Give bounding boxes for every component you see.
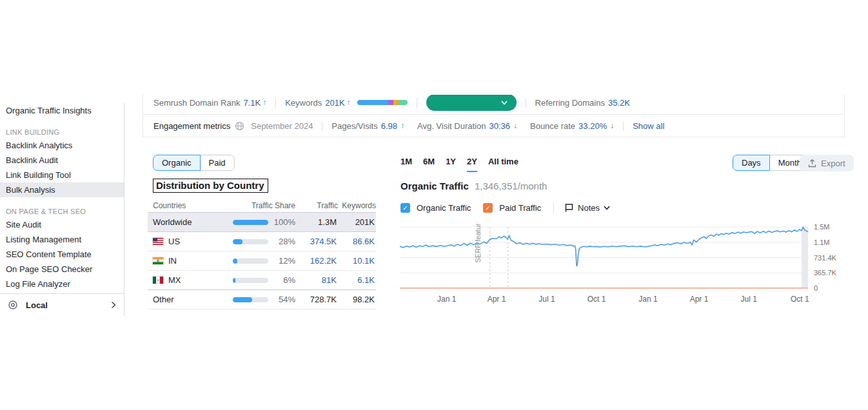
keywords-value[interactable]: 201K: [325, 98, 344, 108]
keywords-label: Keywords: [285, 98, 322, 108]
trend-down-icon: ↓: [610, 121, 614, 130]
organic-traffic-title: Organic Traffic: [400, 181, 469, 191]
x-axis-label: Jul 1: [538, 295, 555, 304]
traffic-share-value: 54%: [268, 295, 295, 304]
organic-traffic-legend-label: Organic Traffic: [417, 203, 471, 213]
trend-up-icon: ↑: [400, 121, 404, 130]
keywords-intent-bar: [357, 100, 408, 105]
sidebar-item-site-audit[interactable]: Site Audit: [0, 217, 124, 232]
table-row-us[interactable]: US28%374.5K86.6K: [148, 232, 376, 251]
keywords-bar-segment: [398, 100, 408, 105]
range-tab-6m[interactable]: 6M: [423, 157, 435, 172]
keywords-value[interactable]: 10.1K: [338, 256, 376, 266]
distribution-by-country-title: Distribution by Country: [153, 179, 268, 193]
sidebar-item-organic-traffic-insights[interactable]: Organic Traffic Insights: [0, 103, 124, 118]
table-row-other[interactable]: Other54%728.7K98.2K: [148, 290, 376, 309]
organic-paid-toggle: OrganicPaid: [153, 155, 235, 171]
toggle-organic[interactable]: Organic: [153, 155, 201, 171]
notes-flag-icon: [564, 203, 574, 213]
organic-traffic-monthly-value: 1,346,351/month: [475, 181, 547, 191]
organic-traffic-chart[interactable]: 0365.7K731.4K1.1M1.5MSERP featuresJan 1A…: [400, 223, 846, 309]
referring-domains-value[interactable]: 35.2K: [608, 98, 630, 108]
engagement-metrics-row: Engagement metrics September 2024 Pages/…: [143, 115, 844, 137]
domain-rank-value[interactable]: 7.1K: [243, 98, 261, 108]
sidebar-item-seo-content-template[interactable]: SEO Content Template: [0, 247, 124, 262]
keywords-value[interactable]: 86.6K: [338, 237, 376, 246]
sidebar: Organic Traffic InsightsLINK BUILDINGBac…: [0, 103, 124, 316]
referring-domains-label: Referring Domains: [535, 98, 605, 108]
country-name: Worldwide: [153, 217, 192, 227]
x-axis-label: Jan 1: [437, 295, 457, 304]
traffic-share-value: 12%: [268, 256, 295, 266]
paid-traffic-checkbox[interactable]: ✓: [483, 203, 493, 213]
show-all-link[interactable]: Show all: [633, 121, 664, 131]
sidebar-item-listing-management[interactable]: Listing Management: [0, 232, 124, 247]
traffic-value: 1.3M: [295, 217, 338, 227]
engagement-period: September 2024: [251, 121, 313, 131]
range-tab-1m[interactable]: 1M: [400, 157, 412, 172]
domain-metrics-row: Semrush Domain Rank 7.1K ↑ Keywords 201K…: [143, 95, 844, 115]
country-name: MX: [168, 275, 181, 285]
traffic-share-value: 100%: [268, 217, 295, 227]
divider: [553, 203, 554, 213]
export-label: Export: [821, 159, 845, 168]
traffic-share-bar: [233, 259, 268, 264]
y-axis-label: 731.4K: [814, 254, 837, 262]
traffic-share-bar: [233, 239, 268, 244]
x-axis-label: Apr 1: [488, 295, 506, 304]
table-row-mx[interactable]: MX6%81K6.1K: [148, 271, 376, 290]
chevron-down-icon: [604, 206, 610, 210]
notes-dropdown[interactable]: Notes: [564, 203, 610, 213]
country-name: US: [168, 237, 180, 246]
country-name: Other: [153, 295, 174, 304]
export-button[interactable]: Export: [800, 155, 854, 171]
keywords-value: 201K: [338, 217, 376, 227]
sidebar-item-bulk-analysis[interactable]: Bulk Analysis: [0, 182, 124, 197]
traffic-value[interactable]: 81K: [295, 275, 338, 285]
traffic-share-bar: [233, 278, 268, 283]
granularity-days[interactable]: Days: [733, 155, 770, 171]
table-row-worldwide[interactable]: Worldwide100%1.3M201K: [148, 213, 376, 232]
traffic-share-bar: [233, 297, 268, 302]
traffic-share-bar: [233, 220, 268, 225]
x-axis-label: Jul 1: [741, 295, 758, 304]
paid-traffic-legend-label: Paid Traffic: [499, 203, 541, 213]
divider: [275, 98, 276, 108]
sidebar-item-log-file-analyzer[interactable]: Log File Analyzer: [0, 277, 124, 291]
col-traffic-share: Traffic Share: [233, 201, 295, 210]
engagement-metric-list: Pages/Visits6.98↑Avg. Visit Duration30:3…: [331, 121, 614, 131]
green-dropdown-button[interactable]: [426, 95, 517, 111]
globe-icon: [235, 121, 244, 131]
export-upload-icon: [808, 159, 816, 168]
x-axis-label: Oct 1: [587, 295, 606, 304]
sidebar-item-link-building-tool[interactable]: Link Building Tool: [0, 168, 124, 182]
sidebar-item-backlink-analytics[interactable]: Backlink Analytics: [0, 138, 124, 153]
range-tab-all-time[interactable]: All time: [488, 157, 518, 172]
sidebar-section-link-building: LINK BUILDING: [0, 124, 124, 138]
chart-legend: ✓ Organic Traffic ✓ Paid Traffic Notes: [400, 202, 610, 213]
range-tab-2y[interactable]: 2Y: [467, 157, 477, 172]
range-tab-1y[interactable]: 1Y: [446, 157, 456, 172]
divider: [526, 98, 526, 108]
keywords-value: 98.2K: [338, 295, 376, 304]
keywords-bar-segment: [357, 100, 388, 105]
x-axis-label: Jan 1: [638, 295, 658, 304]
x-axis-label: Apr 1: [690, 295, 709, 304]
sidebar-item-local[interactable]: Local: [0, 293, 124, 316]
organic-traffic-checkbox[interactable]: ✓: [400, 203, 410, 213]
sidebar-item-on-page-seo-checker[interactable]: On Page SEO Checker: [0, 262, 124, 277]
traffic-value[interactable]: 374.5K: [295, 237, 338, 246]
divider: [623, 121, 624, 131]
sidebar-item-backlink-audit[interactable]: Backlink Audit: [0, 153, 124, 168]
toggle-paid[interactable]: Paid: [200, 155, 235, 171]
trend-up-icon: ↑: [347, 98, 351, 107]
chevron-down-icon: [501, 101, 508, 105]
keywords-value[interactable]: 6.1K: [338, 275, 376, 285]
x-axis-label: Oct 1: [791, 295, 809, 304]
table-row-in[interactable]: IN12%162.2K10.1K: [148, 251, 376, 271]
y-axis-label: 0: [814, 284, 818, 292]
col-keywords: Keywords: [338, 201, 376, 210]
engagement-metric: Avg. Visit Duration30:36↓: [417, 121, 517, 131]
y-axis-label: 1.1M: [814, 239, 829, 246]
traffic-value[interactable]: 162.2K: [295, 256, 338, 266]
